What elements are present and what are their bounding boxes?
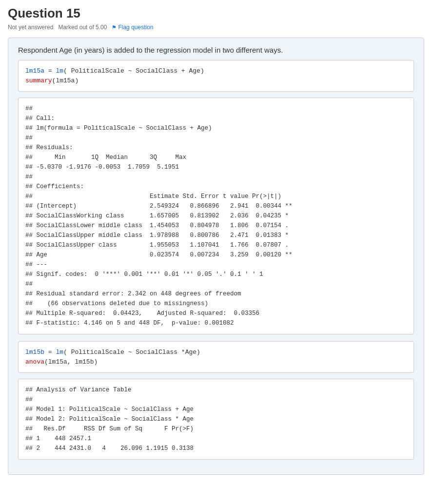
output-block-2: ## Analysis of Variance Table ## ## Mode… [18,379,414,460]
flag-question-link[interactable]: ⚑ Flag question [112,24,153,31]
question-title: Question 15 [8,6,424,21]
question-text: Respondent Age (in years) is added to th… [18,46,414,54]
question-box: Respondent Age (in years) is added to th… [8,38,424,475]
not-answered-label: Not yet answered [8,24,53,31]
marked-out-of-label: Marked out of 5.00 [58,24,107,31]
output-block-1: ## ## Call: ## lm(formula = PoliticalSca… [18,97,414,334]
code-block-1: lm15a = lm( PoliticalScale ~ SocialClass… [18,60,414,92]
flag-icon: ⚑ [112,24,117,31]
code-block-2: lm15b = lm( PoliticalScale ~ SocialClass… [18,341,414,373]
page-container: Question 15 Not yet answered Marked out … [0,0,432,487]
flag-label: Flag question [118,24,153,31]
question-meta: Not yet answered Marked out of 5.00 ⚑ Fl… [8,24,424,31]
